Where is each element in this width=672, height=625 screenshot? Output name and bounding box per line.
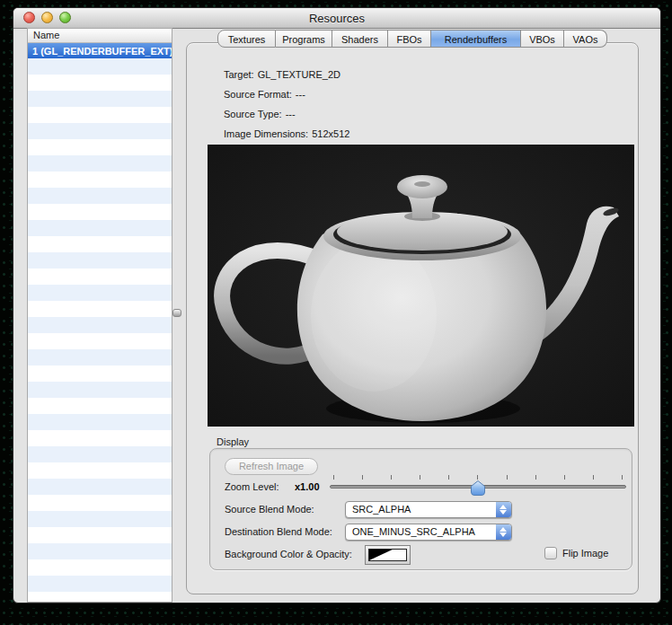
tab-programs[interactable]: Programs [276,30,332,48]
source-blend-label: Source Blend Mode: [225,504,314,515]
title-bar[interactable]: Resources [13,8,660,29]
flip-image-checkbox[interactable] [544,547,557,559]
slider-ticks [333,475,623,480]
teapot-preview-image [208,145,634,427]
flip-image-label[interactable]: Flip Image [562,548,608,559]
image-dimensions-label: Image Dimensions: [224,128,308,139]
zoom-level-value: x1.00 [295,481,320,492]
source-format-info: Source Format:--- [224,89,305,100]
name-column-header[interactable]: Name [28,29,172,43]
source-format-value: --- [296,89,305,100]
dest-blend-value: ONE_MINUS_SRC_ALPHA [352,526,475,537]
tab-shaders[interactable]: Shaders [332,30,388,48]
tab-bar: Textures Programs Shaders FBOs Renderbuf… [186,30,639,48]
popup-stepper-icon [496,502,511,517]
source-type-label: Source Type: [224,109,282,119]
zoom-slider [330,474,626,497]
resources-window: Resources Name 1 (GL_RENDERBUFFER_EXT) T… [13,7,661,603]
splitter-handle[interactable] [172,309,181,317]
destination-blend-select[interactable]: ONE_MINUS_SRC_ALPHA [345,524,512,541]
list-stripes [28,58,172,602]
tab-renderbuffers[interactable]: Renderbuffers [431,30,521,48]
image-dimensions-info: Image Dimensions:512x512 [224,128,349,139]
texture-preview [208,145,634,427]
display-group-label: Display [217,436,249,447]
list-item-renderbuffer[interactable]: 1 (GL_RENDERBUFFER_EXT) [28,43,172,59]
dest-blend-label: Destination Blend Mode: [225,526,332,537]
background-color-label: Background Color & Opacity: [225,549,352,559]
tab-fbos[interactable]: FBOs [388,30,431,48]
popup-stepper-icon [496,524,511,540]
source-blend-value: SRC_ALPHA [352,504,411,515]
source-format-label: Source Format: [224,89,292,100]
image-dimensions-value: 512x512 [312,128,349,139]
opacity-wedge-icon [368,549,407,561]
zoom-level-label: Zoom Level: [225,481,279,492]
target-label: Target: [224,69,254,80]
tab-textures[interactable]: Textures [217,30,276,48]
window-title: Resources [13,12,660,25]
target-value: GL_TEXTURE_2D [258,69,340,80]
display-group: Refresh Image Zoom Level: x1.00 Source [209,448,632,570]
tab-vbos[interactable]: VBOs [521,30,564,48]
source-blend-select[interactable]: SRC_ALPHA [345,501,512,518]
background-color-well[interactable] [365,545,411,565]
zoom-slider-thumb[interactable] [471,480,485,496]
target-info: Target:GL_TEXTURE_2D [224,69,340,80]
source-type-info: Source Type:--- [224,109,296,119]
source-type-value: --- [286,109,296,119]
refresh-image-button[interactable]: Refresh Image [225,458,318,475]
resource-list: Name 1 (GL_RENDERBUFFER_EXT) [27,28,172,603]
tab-vaos[interactable]: VAOs [564,30,607,48]
